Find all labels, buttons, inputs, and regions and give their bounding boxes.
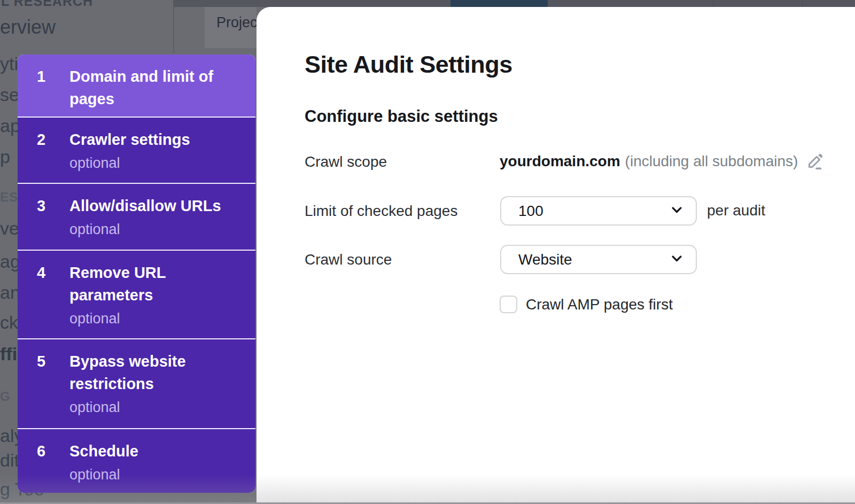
background-text-fragment: L RESEARCH (1, 0, 93, 9)
crawl-scope-domain: yourdomain.com (500, 152, 620, 170)
background-topbar-active-tab (450, 0, 548, 7)
topbar-separator (713, 0, 713, 7)
step-number: 1 (18, 55, 69, 117)
step-title: Crawler settings (69, 128, 230, 151)
step-number: 5 (18, 339, 69, 428)
step-optional-badge: optional (69, 154, 230, 172)
step-title: Schedule (69, 440, 230, 462)
site-audit-settings-modal: Site Audit Settings Configure basic sett… (256, 7, 855, 504)
wizard-step-allow-disallow-urls[interactable]: 3 Allow/disallow URLs optional (18, 184, 255, 250)
wizard-step-schedule[interactable]: 6 Schedule optional (18, 429, 255, 493)
step-optional-badge: optional (69, 220, 230, 238)
background-topbar (173, 0, 855, 7)
wizard-step-crawler-settings[interactable]: 2 Crawler settings optional (18, 118, 255, 183)
step-number: 2 (18, 118, 69, 183)
background-projects-tab: Projec (205, 7, 256, 48)
modal-title: Site Audit Settings (305, 51, 512, 79)
limit-of-checked-pages-label: Limit of checked pages (305, 202, 457, 220)
background-text-fragment: p (0, 146, 10, 167)
step-optional-badge: optional (69, 309, 230, 328)
crawl-scope-value: yourdomain.com (including all subdomains… (500, 152, 825, 171)
edit-crawl-scope-icon[interactable] (805, 152, 825, 171)
background-text-fragment: ck (0, 312, 18, 333)
site-audit-wizard-steps: 1 Domain and limit of pages 2 Crawler se… (18, 55, 255, 493)
step-number: 6 (18, 429, 69, 493)
background-sidebar-divider (173, 0, 174, 53)
background-text-fragment: erview (0, 16, 56, 38)
crawl-source-label: Crawl source (305, 251, 392, 269)
step-number: 3 (18, 184, 69, 250)
limit-select-value: 100 (518, 203, 543, 220)
wizard-step-bypass-website-restrictions[interactable]: 5 Bypass website restrictions optional (18, 339, 255, 428)
per-audit-suffix: per audit (707, 202, 765, 219)
crawl-scope-note: (including all subdomains) (625, 152, 798, 170)
crawl-amp-pages-first-checkbox[interactable] (500, 296, 517, 313)
chevron-down-icon (670, 203, 684, 219)
section-title: Configure basic settings (305, 107, 498, 126)
background-projects-tab-label: Projec (216, 14, 256, 31)
step-title: Bypass website restrictions (69, 350, 230, 395)
crawl-amp-pages-first-label[interactable]: Crawl AMP pages first (526, 296, 673, 313)
topbar-separator (802, 0, 803, 7)
step-title: Remove URL parameters (69, 261, 230, 306)
step-optional-badge: optional (69, 466, 230, 484)
limit-of-checked-pages-select[interactable]: 100 (500, 196, 697, 226)
chevron-down-icon (670, 251, 684, 268)
wizard-step-remove-url-parameters[interactable]: 4 Remove URL parameters optional (18, 251, 255, 338)
crawl-source-select-value: Website (518, 251, 572, 268)
step-optional-badge: optional (69, 398, 230, 416)
step-title: Allow/disallow URLs (69, 195, 230, 217)
background-text-fragment: dit (0, 450, 19, 471)
crawl-source-select[interactable]: Website (500, 245, 697, 274)
step-title: Domain and limit of pages (69, 65, 230, 110)
crawl-scope-label: Crawl scope (305, 153, 387, 171)
background-text-fragment: G (0, 389, 11, 404)
wizard-step-domain-and-limit[interactable]: 1 Domain and limit of pages (18, 55, 255, 117)
step-number: 4 (18, 251, 69, 338)
